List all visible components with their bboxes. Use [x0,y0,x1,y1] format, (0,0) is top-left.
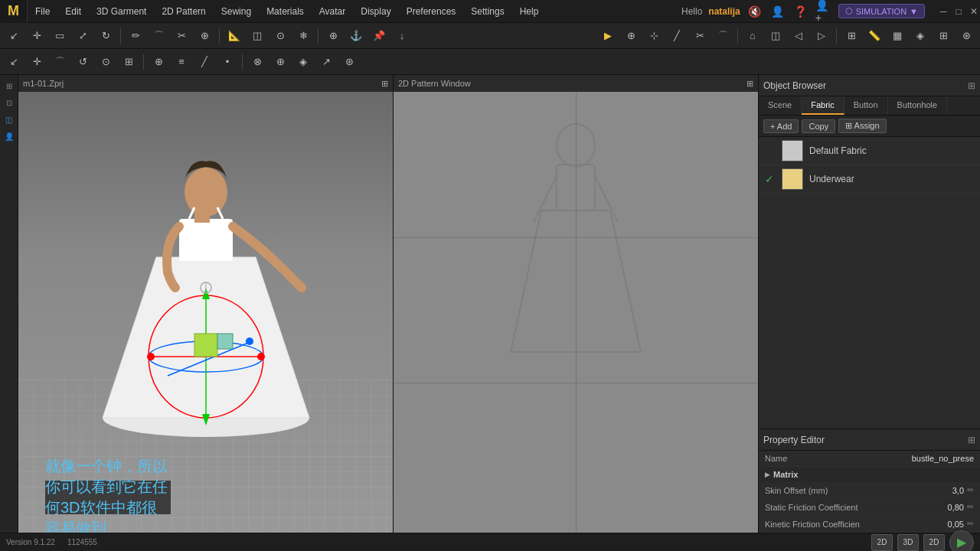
tb-2d-cut[interactable]: ✂ [689,25,710,47]
tb-pin-tool[interactable]: 📌 [368,25,390,47]
tb2-grid2[interactable]: ⊞ [118,51,139,73]
view-mode-3d-button[interactable]: 3D [897,534,919,551]
play-simulation-button[interactable]: ▶ [949,530,974,552]
tb-2d-move[interactable]: ⊕ [620,25,642,47]
maximize-button[interactable]: □ [952,5,965,18]
tb-2d-texture[interactable]: ◈ [910,25,931,47]
tb-2d-seam[interactable]: ⊞ [933,25,954,47]
tb-2d-tuck[interactable]: ▷ [811,25,832,47]
tb-snap-tool[interactable]: ⊙ [270,25,291,47]
tb-transform-tool[interactable]: ⤢ [72,25,93,47]
fabric-item-default[interactable]: Default Fabric [759,137,980,165]
tb2-bake[interactable]: ⊛ [338,51,360,73]
sidebar-view3[interactable]: ◫ [2,112,17,127]
tb-2d-merge[interactable]: ◫ [765,25,786,47]
sidebar-avatar[interactable]: 👤 [2,129,17,144]
pattern-content[interactable] [394,92,758,533]
tb2-normal[interactable]: ↗ [315,51,337,73]
fabric-item-underwear[interactable]: ✓ Underwear [759,165,980,194]
tb-2d-fold[interactable]: ⌒ [712,25,733,47]
tb2-point2[interactable]: • [217,51,238,73]
menu-3d-garment[interactable]: 3D Garment [89,0,154,23]
tb2-uv[interactable]: ◈ [292,51,314,73]
tab-fabric[interactable]: Fabric [802,96,844,115]
sidebar-view1[interactable]: ⊞ [2,78,17,93]
pe-static-friction-value[interactable]: 0,80 [918,503,964,512]
tab-buttonhole[interactable]: Buttonhole [888,96,948,115]
menu-materials[interactable]: Materials [259,0,312,23]
menu-edit[interactable]: Edit [57,0,89,23]
tb2-mirror[interactable]: ⊙ [95,51,116,73]
tb2-spin[interactable]: ↺ [72,51,93,73]
pe-kinetic-friction-edit-icon[interactable]: ✏ [967,519,974,529]
tb-rect-tool[interactable]: ▭ [49,25,70,47]
menu-preferences[interactable]: Preferences [399,0,464,23]
assign-fabric-button[interactable]: ⊞ Assign [838,119,886,133]
viewport3d-content[interactable]: 就像一个钟，所以你可以看到它在任何3D软件中都很容易做到 [18,92,393,533]
tb-2d-grid[interactable]: ⊞ [841,25,862,47]
tb2-shrink[interactable]: ⊗ [247,51,268,73]
pe-matrix-header[interactable]: ▶ Matrix [759,467,980,482]
tb-scissors-tool[interactable]: ✂ [171,25,192,47]
tb-move-tool[interactable]: ⊕ [322,25,344,47]
tab-scene[interactable]: Scene [759,96,802,115]
menu-help[interactable]: Help [512,0,547,23]
minimize-button[interactable]: ─ [937,5,949,18]
tb-2d-sew[interactable]: ⌂ [742,25,763,47]
menu-display[interactable]: Display [353,0,398,23]
tb-2d-dart[interactable]: ◁ [788,25,809,47]
copy-fabric-button[interactable]: Copy [802,119,835,133]
tab-button[interactable]: Button [844,96,888,115]
speaker-icon[interactable]: 🔇 [746,3,763,20]
tb-anchor-tool[interactable]: ⚓ [345,25,367,47]
viewport3d-expand-icon[interactable]: ⊞ [381,79,388,89]
help-icon[interactable]: ❓ [792,3,809,20]
menu-sewing[interactable]: Sewing [214,0,259,23]
tb-weld-tool[interactable]: ⊕ [194,25,215,47]
svg-marker-25 [511,210,641,352]
tb-2d-point[interactable]: ⊹ [643,25,665,47]
pe-skin-offset-edit-icon[interactable]: ✏ [967,485,974,495]
tb2-expand[interactable]: ⊕ [270,51,291,73]
pe-static-friction-edit-icon[interactable]: ✏ [967,502,974,512]
tb2-measure2[interactable]: ≡ [171,51,192,73]
tb-select-tool[interactable]: ↙ [3,25,24,47]
tb-freeze-tool[interactable]: ❄ [292,25,314,47]
tb-2d-notch[interactable]: ⊛ [956,25,977,47]
tb-measure-tool[interactable]: 📐 [224,25,245,47]
tb-gravity-tool[interactable]: ↓ [391,25,413,47]
profile-add-icon[interactable]: 👤+ [815,3,832,20]
tb-arrange-tool[interactable]: ◫ [247,25,268,47]
tb-2d-select[interactable]: ▶ [597,25,619,47]
tb-rotate-tool[interactable]: ↻ [95,25,116,47]
menu-avatar[interactable]: Avatar [312,0,353,23]
view-mode-2d2-button[interactable]: 2D [923,534,945,551]
tb-curve-tool[interactable]: ⌒ [148,25,169,47]
tb-2d-line[interactable]: ╱ [666,25,688,47]
fabric-list: Default Fabric ✓ Underwear [759,137,980,429]
sidebar-view2[interactable]: ⊡ [2,95,17,110]
pe-skin-offset-value[interactable]: 3,0 [918,486,964,495]
property-editor-pin-icon[interactable]: ⊞ [968,435,975,445]
tb2-pin2[interactable]: ⊕ [148,51,169,73]
menu-file[interactable]: File [28,0,57,23]
menu-2d-pattern[interactable]: 2D Pattern [154,0,213,23]
pe-kinetic-friction-value[interactable]: 0,05 [918,520,964,529]
tb-2d-ruler[interactable]: 📏 [864,25,885,47]
tb2-move[interactable]: ✛ [26,51,47,73]
close-button[interactable]: ✕ [968,5,980,18]
tb2-curve[interactable]: ⌒ [49,51,70,73]
add-fabric-button[interactable]: + Add [763,119,799,133]
pattern-window-expand-icon[interactable]: ⊞ [746,79,753,89]
tb-2d-pattern[interactable]: ▦ [887,25,908,47]
tb2-line2[interactable]: ╱ [194,51,215,73]
view-mode-2d1-button[interactable]: 2D [871,534,893,551]
tb2-select[interactable]: ↙ [3,51,24,73]
object-browser-pin-icon[interactable]: ⊞ [968,80,975,91]
pe-skin-offset-label: Skin Offset (mm) [765,486,915,495]
tb-add-tool[interactable]: ✛ [26,25,47,47]
menu-settings[interactable]: Settings [463,0,511,23]
tb-pen-tool[interactable]: ✏ [125,25,146,47]
user-icon[interactable]: 👤 [769,3,786,20]
simulation-button[interactable]: ⬡ SIMULATION ▼ [838,4,925,18]
